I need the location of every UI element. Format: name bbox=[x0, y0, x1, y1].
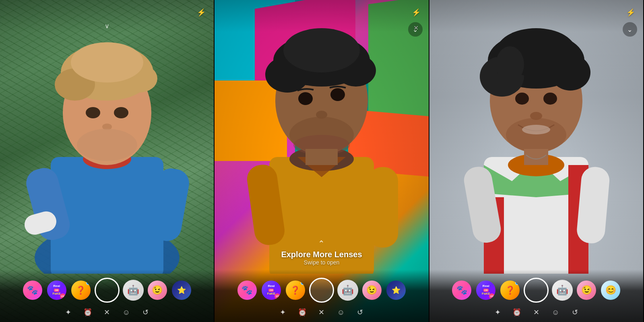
panel-3-top-controls: ⚡ bbox=[624, 6, 637, 19]
panel-2-lens-strip: 🐾 Real OR FaKE VS ❓ 🤖 bbox=[215, 275, 428, 305]
lens-sparkle-1[interactable]: ⭐ bbox=[171, 280, 192, 301]
face-sparkle-icon-2: 🤖 bbox=[338, 281, 357, 300]
rotate-icon-3[interactable]: ↺ bbox=[569, 307, 580, 318]
svg-point-8 bbox=[86, 107, 100, 118]
paw-icon-2: 🐾 bbox=[237, 281, 257, 300]
dropdown-icon-2[interactable]: ⌄ bbox=[408, 22, 423, 37]
capture-btn-3[interactable] bbox=[524, 278, 549, 303]
explore-overlay[interactable]: ⌃ Explore More Lenses Swipe to open bbox=[281, 239, 362, 266]
lens-question-2[interactable]: ❓ bbox=[285, 280, 306, 301]
face-sparkle-icon-1: 🤖 bbox=[124, 281, 143, 300]
lens-face-1[interactable]: 🤖 bbox=[123, 280, 144, 301]
person-3 bbox=[440, 12, 633, 274]
person-2 bbox=[221, 8, 422, 274]
lens-face-3[interactable]: 🤖 bbox=[552, 280, 573, 301]
wink-icon-1: 😉 bbox=[148, 281, 167, 300]
lens-paw-3[interactable]: 🐾 bbox=[451, 280, 472, 301]
rotate-icon-2[interactable]: ↺ bbox=[355, 307, 366, 318]
svg-point-45 bbox=[506, 118, 566, 152]
face-sparkle-icon-3: 🤖 bbox=[553, 281, 572, 300]
panel-1-lens-strip: 🐾 Real OR FaKE VS ❓ 🤖 bbox=[0, 275, 214, 305]
person-1 bbox=[10, 16, 204, 274]
panel-1-bottom-icons: ✦ ⏰ ✕ ☺ ↺ bbox=[0, 305, 214, 322]
lens-paw-2[interactable]: 🐾 bbox=[237, 280, 258, 301]
lens-real-fake-1[interactable]: Real OR FaKE VS bbox=[46, 280, 67, 301]
explore-subtitle: Swipe to open bbox=[281, 259, 362, 266]
sparkle-bottom-icon-3[interactable]: ✦ bbox=[492, 307, 503, 318]
flash-icon-1[interactable]: ⚡ bbox=[195, 6, 208, 19]
sparkle-icon-2: ⭐ bbox=[386, 281, 406, 300]
svg-point-39 bbox=[496, 46, 524, 83]
panel-3-bottom-icons: ✦ ⏰ ✕ ☺ ↺ bbox=[429, 305, 643, 322]
svg-point-11 bbox=[77, 129, 137, 161]
clock-icon-1[interactable]: ⏰ bbox=[82, 307, 93, 318]
lens-wink-1[interactable]: 😉 bbox=[147, 280, 168, 301]
panel-2-dropdown[interactable]: ⌄ bbox=[408, 22, 423, 37]
lens-question-3[interactable]: ❓ bbox=[500, 280, 520, 301]
panel-2-bottom-toolbar: 🐾 Real OR FaKE VS ❓ 🤖 bbox=[215, 270, 428, 322]
svg-point-41 bbox=[515, 93, 529, 105]
lens-sparkle-2[interactable]: ⭐ bbox=[386, 280, 407, 301]
vs-badge-2: VS bbox=[275, 293, 280, 299]
face-icon-1[interactable]: ☺ bbox=[121, 307, 132, 318]
lens-question-1[interactable]: ❓ bbox=[70, 280, 91, 301]
svg-point-9 bbox=[114, 107, 128, 118]
close-bottom-icon-3[interactable]: ✕ bbox=[530, 307, 542, 318]
dropdown-icon-3[interactable]: ⌄ bbox=[623, 22, 637, 37]
rotate-icon-1[interactable]: ↺ bbox=[140, 307, 151, 318]
sparkle-icon-1: ⭐ bbox=[172, 281, 191, 300]
svg-point-7 bbox=[71, 42, 143, 83]
svg-point-42 bbox=[543, 93, 557, 105]
flash-icon-2[interactable]: ⚡ bbox=[410, 6, 423, 19]
panel-3-bottom-toolbar: 🐾 Real OR FaKE VS ❓ 🤖 bbox=[429, 270, 643, 322]
svg-rect-46 bbox=[524, 149, 548, 165]
paw-icon-1: 🐾 bbox=[23, 281, 42, 300]
panel-3-dropdown[interactable]: ⌄ bbox=[623, 22, 637, 37]
wink-icon-2: 😉 bbox=[362, 281, 382, 300]
clock-icon-2[interactable]: ⏰ bbox=[297, 307, 308, 318]
face-icon-3[interactable]: ☺ bbox=[550, 307, 561, 318]
blue-dot-3 bbox=[515, 281, 519, 285]
lens-face-2[interactable]: 🤖 bbox=[337, 280, 358, 301]
close-bottom-icon-1[interactable]: ✕ bbox=[101, 307, 113, 318]
blue-dot-2 bbox=[301, 281, 305, 285]
sparkle-bottom-icon-1[interactable]: ✦ bbox=[63, 307, 74, 318]
lens-real-fake-2[interactable]: Real OR FaKE VS bbox=[261, 280, 282, 301]
sparkle-bottom-icon-2[interactable]: ✦ bbox=[277, 307, 289, 318]
lens-wink-2[interactable]: 😉 bbox=[361, 280, 382, 301]
vs-badge-3: VS bbox=[489, 293, 495, 299]
svg-point-23 bbox=[330, 88, 345, 101]
lens-real-fake-3[interactable]: Real OR FaKE VS bbox=[475, 280, 496, 301]
explore-title: Explore More Lenses bbox=[281, 250, 362, 259]
lens-paw-1[interactable]: 🐾 bbox=[22, 280, 43, 301]
svg-point-22 bbox=[298, 92, 313, 105]
svg-rect-29 bbox=[368, 167, 398, 248]
flash-icon-3[interactable]: ⚡ bbox=[624, 6, 637, 19]
panel-1-top-controls: ⚡ bbox=[195, 6, 208, 19]
clock-icon-3[interactable]: ⏰ bbox=[511, 307, 522, 318]
svg-point-21 bbox=[283, 28, 360, 72]
blue-dot-1 bbox=[86, 281, 90, 285]
panel-3-top-fade bbox=[429, 0, 643, 32]
panel-1: ⚡ ∨ 🐾 Real OR FaKE VS ❓ bbox=[0, 0, 215, 322]
panel-2: ⚡ ✕ ⌄ ⌃ Explore More Lenses Swipe to ope… bbox=[215, 0, 429, 322]
panel-3-lens-strip: 🐾 Real OR FaKE VS ❓ 🤖 bbox=[429, 275, 643, 305]
panel-1-chevron-down: ∨ bbox=[105, 22, 109, 30]
face-icon-2[interactable]: ☺ bbox=[335, 307, 347, 318]
capture-btn-2[interactable] bbox=[309, 278, 334, 303]
panel-1-bottom-toolbar: 🐾 Real OR FaKE VS ❓ 🤖 bbox=[0, 270, 214, 322]
star-icon-3: 😊 bbox=[601, 281, 620, 300]
panel-3: ⚡ ⌄ 🐾 Real OR FaKE VS ❓ bbox=[429, 0, 644, 322]
explore-chevron-icon: ⌃ bbox=[281, 239, 362, 248]
svg-point-40 bbox=[549, 45, 575, 79]
lens-star-3[interactable]: 😊 bbox=[600, 280, 621, 301]
panel-2-bottom-icons: ✦ ⏰ ✕ ☺ ↺ bbox=[215, 305, 428, 322]
svg-rect-27 bbox=[305, 149, 338, 165]
close-bottom-icon-2[interactable]: ✕ bbox=[316, 307, 327, 318]
vs-badge-1: VS bbox=[60, 293, 66, 299]
wink-icon-3: 😉 bbox=[577, 281, 596, 300]
lens-wink-3[interactable]: 😉 bbox=[576, 280, 597, 301]
paw-icon-3: 🐾 bbox=[452, 281, 471, 300]
capture-btn-1[interactable] bbox=[95, 278, 120, 303]
